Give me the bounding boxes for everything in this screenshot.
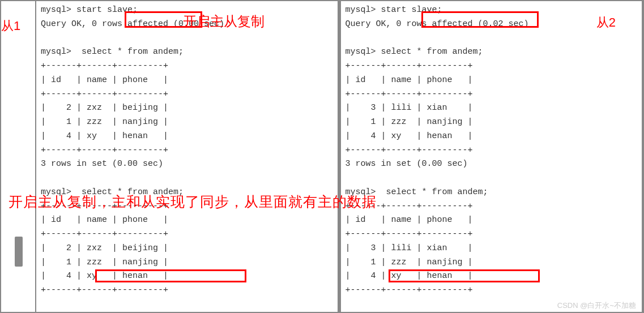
table-row: | 4 | xy | henan | (41, 131, 168, 141)
dual-terminal-container: mysql> start slave; Query OK, 0 rows aff… (0, 0, 644, 313)
highlight-synced-row-left (95, 269, 246, 282)
terminal-output-right: mysql> start slave; Query OK, 0 rows aff… (346, 3, 638, 298)
slave1-label: 从1 (1, 18, 20, 35)
table-border: +------+------+---------+ (346, 61, 473, 71)
table-border: +------+------+---------+ (346, 145, 473, 155)
cmd-line: mysql> start slave; (41, 5, 138, 15)
cmd-line: mysql> select * from andem; (41, 47, 184, 57)
table-border: +------+------+---------+ (41, 61, 168, 71)
watermark: CSDN @白开水~不加糖 (557, 301, 636, 311)
table-row: | 3 | lili | xian | (346, 243, 473, 253)
table-row: | 4 | xy | henan | (346, 131, 473, 141)
table-row: | 2 | zxz | beijing | (41, 103, 168, 113)
table-header: | id | name | phone | (346, 215, 473, 225)
slave2-label: 从2 (596, 14, 616, 31)
table-row: | 1 | zzz | nanjing | (346, 258, 473, 267)
table-border: +------+------+---------+ (41, 285, 168, 295)
table-border: +------+------+---------+ (41, 89, 168, 99)
table-row: | 1 | zzz | nanjing | (41, 258, 168, 267)
response-line: 3 rows in set (0.00 sec) (346, 159, 468, 169)
table-border: +------+------+---------+ (346, 285, 473, 295)
table-header: | id | name | phone | (41, 75, 168, 85)
table-header: | id | name | phone | (41, 215, 168, 225)
table-row: | 3 | lili | xian | (346, 103, 473, 113)
terminal-pane-left[interactable]: mysql> start slave; Query OK, 0 rows aff… (35, 1, 339, 312)
cmd-line: mysql> select * from andem; (346, 47, 483, 57)
table-border: +------+------+---------+ (41, 229, 168, 239)
table-border: +------+------+---------+ (346, 89, 473, 99)
table-row: | 1 | zzz | nanjing | (41, 117, 168, 127)
middle-annotation: 开启主从复制，主和从实现了同步，从里面就有主的数据 (8, 192, 638, 211)
table-border: +------+------+---------+ (41, 145, 168, 155)
terminal-output-left: mysql> start slave; Query OK, 0 rows aff… (41, 3, 333, 298)
table-header: | id | name | phone | (346, 75, 473, 85)
terminal-pane-right[interactable]: mysql> start slave; Query OK, 0 rows aff… (340, 1, 643, 312)
highlight-start-slave-right (421, 11, 539, 28)
table-row: | 2 | zxz | beijing | (41, 243, 168, 253)
highlight-synced-row-right (389, 269, 540, 282)
table-border: +------+------+---------+ (346, 229, 473, 239)
response-line: 3 rows in set (0.00 sec) (41, 159, 163, 169)
table-row: | 1 | zzz | nanjing | (346, 117, 473, 127)
header-annotation: 开启主从复制 (183, 12, 265, 31)
